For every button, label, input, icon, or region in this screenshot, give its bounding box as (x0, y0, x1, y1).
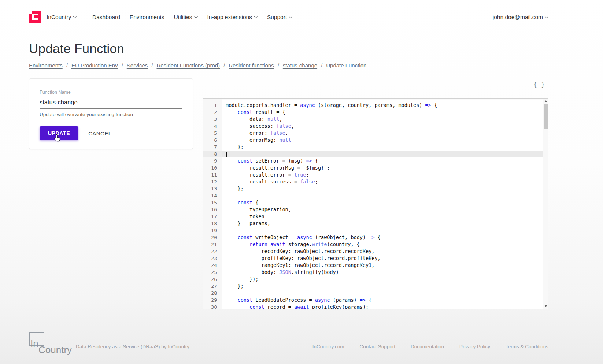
scrollbar-thumb[interactable] (544, 104, 548, 129)
breadcrumb-separator: / (278, 62, 279, 68)
incountry-logo[interactable] (29, 11, 41, 23)
function-name-input[interactable] (40, 99, 182, 109)
nav-item-in-app-extensions[interactable]: In-app extensions (207, 14, 258, 21)
breadcrumb-item-environments[interactable]: Environments (29, 62, 63, 68)
line-number: 13 (203, 185, 222, 192)
breadcrumb-separator: / (223, 62, 225, 68)
code-line[interactable]: 16 typeOperation, (203, 206, 543, 213)
code-line[interactable]: 20 const writeObject = async (rawObject,… (203, 234, 543, 241)
code-line[interactable]: 22 recordKey: rawObject.record.recordKey… (203, 248, 543, 255)
code-text: }; (222, 144, 543, 151)
line-number: 21 (203, 241, 222, 248)
line-number: 24 (203, 262, 222, 269)
nav-item-support[interactable]: Support (267, 14, 292, 21)
line-number: 2 (203, 109, 222, 116)
cancel-button[interactable]: CANCEL (88, 130, 111, 137)
code-line[interactable]: 21 return await storage.write(country, { (203, 241, 543, 248)
line-number: 17 (203, 213, 222, 220)
code-text: const writeObject = async (rawObject, bo… (222, 234, 543, 241)
line-number: 18 (203, 220, 222, 227)
code-line[interactable]: 13 }; (203, 185, 543, 192)
code-line[interactable]: 24 rangeKey1: rawObject.record.rangeKey1… (203, 262, 543, 269)
code-line[interactable]: 15 const { (203, 199, 543, 206)
update-button[interactable]: UPDATE (40, 126, 78, 140)
code-line[interactable]: 9 const setError = (msg) => { (203, 157, 543, 164)
code-text: } = params; (222, 220, 543, 227)
code-line[interactable]: 2 const result = { (203, 109, 543, 116)
nav-item-utilities[interactable]: Utilities (174, 14, 198, 21)
breadcrumb-item-services[interactable]: Services (127, 62, 148, 68)
code-line[interactable]: 1module.exports.handler = async (storage… (203, 102, 543, 109)
line-number: 28 (203, 290, 222, 297)
nav-item-dashboard[interactable]: Dashboard (92, 14, 120, 21)
line-number: 4 (203, 123, 222, 130)
footer-logo-text-in: In (30, 338, 38, 349)
logo-shape (29, 20, 41, 23)
code-line[interactable]: 23 profileKey: rawObject.record.profileK… (203, 255, 543, 262)
breadcrumb-item-resident-functions[interactable]: Resident functions (229, 62, 274, 68)
code-text: data: null, (222, 116, 543, 123)
code-line[interactable]: 10 result.errorMsg = `${msg}`; (203, 164, 543, 171)
code-editor[interactable]: 1module.exports.handler = async (storage… (203, 98, 548, 309)
footer-link-incountry-com[interactable]: InCountry.com (312, 344, 344, 349)
code-line[interactable]: 28 (203, 290, 543, 297)
footer: In Country Data Residency as a Service (… (29, 325, 548, 357)
footer-logo-text-country: Country (38, 344, 72, 356)
footer-link-privacy-policy[interactable]: Privacy Policy (459, 344, 490, 349)
line-number: 22 (203, 248, 222, 255)
format-code-button[interactable]: { } (533, 81, 545, 88)
code-text: return await storage.write(country, { (222, 241, 543, 248)
line-number: 15 (203, 199, 222, 206)
code-line[interactable]: 29 const LeadUpdateProcess = async (para… (203, 297, 543, 304)
breadcrumb-item-status-change[interactable]: status-change (283, 62, 317, 68)
code-line[interactable]: 3 data: null, (203, 116, 543, 123)
code-line[interactable]: 12 result.success = false; (203, 178, 543, 185)
code-line[interactable]: 5 error: false, (203, 130, 543, 137)
line-number: 9 (203, 157, 222, 164)
footer-link-terms-conditions[interactable]: Terms & Conditions (506, 344, 548, 349)
nav-item-label: Utilities (174, 14, 192, 21)
code-line[interactable]: 11 result.error = true; (203, 171, 543, 178)
code-line[interactable]: 19 (203, 227, 543, 234)
breadcrumb-item-resident-functions-prod[interactable]: Resident Functions (prod) (157, 62, 220, 68)
breadcrumb-separator: / (66, 62, 68, 68)
code-text: rangeKey1: rawObject.record.rangeKey1, (222, 262, 543, 269)
footer-link-documentation[interactable]: Documentation (411, 344, 444, 349)
scroll-up-icon[interactable] (543, 99, 548, 104)
code-line[interactable]: 7 }; (203, 144, 543, 151)
line-number: 1 (203, 102, 222, 109)
org-selector[interactable]: InCountry (47, 14, 77, 21)
chevron-down-icon (254, 15, 258, 18)
breadcrumb-item-eu-production-env[interactable]: EU Production Env (71, 62, 118, 68)
line-number: 30 (203, 304, 222, 309)
code-line[interactable]: 26 }); (203, 276, 543, 283)
main-nav: DashboardEnvironmentsUtilitiesIn-app ext… (92, 14, 292, 21)
code-line[interactable]: 4 success: false, (203, 123, 543, 130)
helper-text: Update will overwrite your existing func… (40, 112, 182, 117)
footer-links: InCountry.comContact SupportDocumentatio… (312, 344, 548, 349)
code-lines[interactable]: 1module.exports.handler = async (storage… (203, 99, 543, 309)
code-line[interactable]: 8 (203, 151, 543, 157)
code-line[interactable]: 25 body: JSON.stringify(body) (203, 269, 543, 276)
chevron-down-icon (545, 15, 548, 18)
code-line[interactable]: 18 } = params; (203, 220, 543, 227)
code-text: const result = { (222, 109, 543, 116)
code-text (222, 151, 543, 157)
code-line[interactable]: 17 token (203, 213, 543, 220)
code-line[interactable]: 27 }; (203, 283, 543, 290)
line-number: 26 (203, 276, 222, 283)
button-row: UPDATE CANCEL (40, 126, 182, 140)
code-line[interactable]: 6 errorMsg: null (203, 137, 543, 144)
code-text: body: JSON.stringify(body) (222, 269, 543, 276)
editor-scrollbar[interactable] (543, 99, 548, 309)
user-menu[interactable]: john.doe@mail.com (493, 14, 548, 21)
code-line[interactable]: 14 (203, 192, 543, 199)
chevron-down-icon (73, 15, 77, 18)
footer-link-contact-support[interactable]: Contact Support (360, 344, 396, 349)
code-text: }; (222, 283, 543, 290)
code-text: recordKey: rawObject.record.recordKey, (222, 248, 543, 255)
scroll-down-icon[interactable] (543, 303, 548, 309)
line-number: 20 (203, 234, 222, 241)
code-line[interactable]: 30 const record = await profileKey(param… (203, 304, 543, 309)
nav-item-environments[interactable]: Environments (130, 14, 164, 21)
